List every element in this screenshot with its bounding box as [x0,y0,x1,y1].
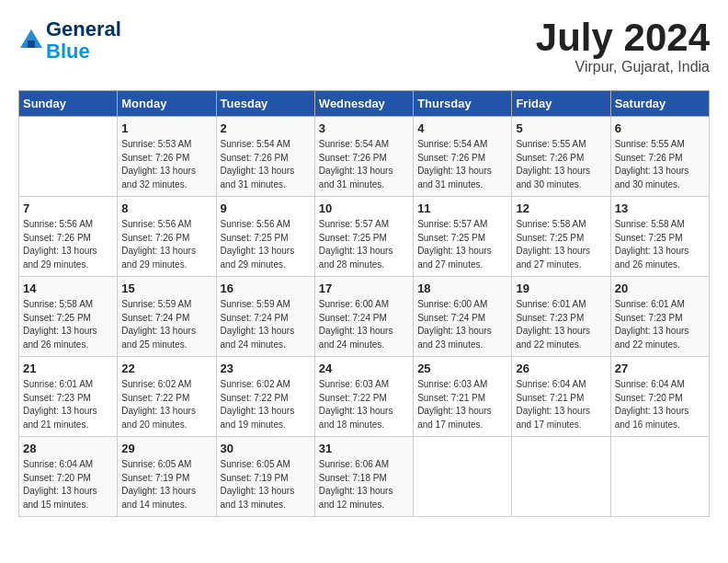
calendar-week-row: 1Sunrise: 5:53 AMSunset: 7:26 PMDaylight… [19,117,710,197]
day-info: Sunrise: 6:00 AMSunset: 7:24 PMDaylight:… [417,298,507,351]
calendar-week-row: 28Sunrise: 6:04 AMSunset: 7:20 PMDayligh… [19,437,710,517]
day-info: Sunrise: 5:55 AMSunset: 7:26 PMDaylight:… [516,138,606,191]
day-number: 13 [615,201,705,215]
calendar-cell: 2Sunrise: 5:54 AMSunset: 7:26 PMDaylight… [216,117,314,197]
header: General Blue July 2024 Virpur, Gujarat, … [18,18,710,75]
calendar-cell: 21Sunrise: 6:01 AMSunset: 7:23 PMDayligh… [19,357,118,437]
weekday-header: Sunday [19,91,118,117]
day-info: Sunrise: 5:56 AMSunset: 7:25 PMDaylight:… [221,218,311,271]
day-number: 25 [417,362,507,375]
day-info: Sunrise: 5:57 AMSunset: 7:25 PMDaylight:… [417,218,507,271]
day-info: Sunrise: 5:58 AMSunset: 7:25 PMDaylight:… [615,218,705,271]
logo: General Blue [18,18,121,63]
day-number: 20 [615,282,705,295]
day-number: 7 [23,201,113,215]
day-number: 5 [516,121,606,135]
calendar-cell: 31Sunrise: 6:06 AMSunset: 7:18 PMDayligh… [314,437,413,517]
logo-icon [18,28,44,53]
day-info: Sunrise: 6:05 AMSunset: 7:19 PMDaylight:… [121,458,211,511]
day-number: 16 [221,282,311,295]
calendar-cell: 24Sunrise: 6:03 AMSunset: 7:22 PMDayligh… [314,357,413,437]
day-number: 24 [319,362,409,375]
day-number: 30 [221,442,311,455]
location: Virpur, Gujarat, India [536,59,710,75]
weekday-header: Saturday [610,91,709,117]
day-number: 10 [319,201,409,215]
calendar-cell: 9Sunrise: 5:56 AMSunset: 7:25 PMDaylight… [216,197,314,277]
calendar-cell: 18Sunrise: 6:00 AMSunset: 7:24 PMDayligh… [414,277,512,357]
day-number: 19 [516,282,606,295]
day-number: 18 [417,282,507,295]
calendar-cell: 4Sunrise: 5:54 AMSunset: 7:26 PMDaylight… [414,117,512,197]
day-info: Sunrise: 6:01 AMSunset: 7:23 PMDaylight:… [23,378,113,431]
day-number: 31 [319,442,409,455]
calendar-cell: 17Sunrise: 6:00 AMSunset: 7:24 PMDayligh… [314,277,413,357]
day-number: 8 [121,201,211,215]
day-number: 11 [417,201,507,215]
calendar-cell: 22Sunrise: 6:02 AMSunset: 7:22 PMDayligh… [118,357,216,437]
calendar-cell: 27Sunrise: 6:04 AMSunset: 7:20 PMDayligh… [610,357,709,437]
day-info: Sunrise: 6:04 AMSunset: 7:20 PMDaylight:… [23,458,113,511]
weekday-header: Monday [118,91,216,117]
day-info: Sunrise: 6:01 AMSunset: 7:23 PMDaylight:… [516,298,606,351]
calendar-cell [414,437,512,517]
calendar-cell: 15Sunrise: 5:59 AMSunset: 7:24 PMDayligh… [118,277,216,357]
day-info: Sunrise: 5:55 AMSunset: 7:26 PMDaylight:… [615,138,705,191]
svg-rect-1 [28,40,35,48]
calendar-cell: 25Sunrise: 6:03 AMSunset: 7:21 PMDayligh… [414,357,512,437]
calendar-cell [610,437,709,517]
day-info: Sunrise: 6:01 AMSunset: 7:23 PMDaylight:… [615,298,705,351]
calendar-cell: 16Sunrise: 5:59 AMSunset: 7:24 PMDayligh… [216,277,314,357]
day-number: 21 [23,362,113,375]
day-number: 2 [221,121,311,135]
day-number: 29 [121,442,211,455]
day-info: Sunrise: 5:56 AMSunset: 7:26 PMDaylight:… [23,218,113,271]
calendar-table: SundayMondayTuesdayWednesdayThursdayFrid… [18,90,710,517]
month-title: July 2024 [536,18,710,57]
calendar-cell: 30Sunrise: 6:05 AMSunset: 7:19 PMDayligh… [216,437,314,517]
logo-text: General Blue [46,18,121,63]
day-info: Sunrise: 6:04 AMSunset: 7:21 PMDaylight:… [516,378,606,431]
day-info: Sunrise: 6:03 AMSunset: 7:21 PMDaylight:… [417,378,507,431]
day-number: 6 [615,121,705,135]
calendar-cell: 6Sunrise: 5:55 AMSunset: 7:26 PMDaylight… [610,117,709,197]
calendar-cell: 7Sunrise: 5:56 AMSunset: 7:26 PMDaylight… [19,197,118,277]
day-info: Sunrise: 5:54 AMSunset: 7:26 PMDaylight:… [221,138,311,191]
day-number: 28 [23,442,113,455]
day-info: Sunrise: 6:05 AMSunset: 7:19 PMDaylight:… [221,458,311,511]
weekday-header: Tuesday [216,91,314,117]
calendar-cell: 19Sunrise: 6:01 AMSunset: 7:23 PMDayligh… [512,277,610,357]
calendar-cell: 11Sunrise: 5:57 AMSunset: 7:25 PMDayligh… [414,197,512,277]
calendar-cell: 10Sunrise: 5:57 AMSunset: 7:25 PMDayligh… [314,197,413,277]
calendar-week-row: 7Sunrise: 5:56 AMSunset: 7:26 PMDaylight… [19,197,710,277]
calendar-cell: 29Sunrise: 6:05 AMSunset: 7:19 PMDayligh… [118,437,216,517]
weekday-header: Wednesday [314,91,413,117]
calendar-cell: 28Sunrise: 6:04 AMSunset: 7:20 PMDayligh… [19,437,118,517]
day-info: Sunrise: 6:00 AMSunset: 7:24 PMDaylight:… [319,298,409,351]
day-info: Sunrise: 5:54 AMSunset: 7:26 PMDaylight:… [319,138,409,191]
calendar-week-row: 14Sunrise: 5:58 AMSunset: 7:25 PMDayligh… [19,277,710,357]
calendar-body: 1Sunrise: 5:53 AMSunset: 7:26 PMDaylight… [19,117,710,517]
calendar-cell [512,437,610,517]
calendar-cell: 26Sunrise: 6:04 AMSunset: 7:21 PMDayligh… [512,357,610,437]
day-number: 4 [417,121,507,135]
calendar-cell: 3Sunrise: 5:54 AMSunset: 7:26 PMDaylight… [314,117,413,197]
day-info: Sunrise: 5:56 AMSunset: 7:26 PMDaylight:… [121,218,211,271]
day-info: Sunrise: 5:57 AMSunset: 7:25 PMDaylight:… [319,218,409,271]
calendar-cell: 13Sunrise: 5:58 AMSunset: 7:25 PMDayligh… [610,197,709,277]
calendar-week-row: 21Sunrise: 6:01 AMSunset: 7:23 PMDayligh… [19,357,710,437]
calendar-cell: 12Sunrise: 5:58 AMSunset: 7:25 PMDayligh… [512,197,610,277]
calendar-cell: 20Sunrise: 6:01 AMSunset: 7:23 PMDayligh… [610,277,709,357]
calendar-cell [19,117,118,197]
day-info: Sunrise: 5:58 AMSunset: 7:25 PMDaylight:… [23,298,113,351]
calendar-header-row: SundayMondayTuesdayWednesdayThursdayFrid… [19,91,710,117]
day-info: Sunrise: 5:59 AMSunset: 7:24 PMDaylight:… [221,298,311,351]
day-number: 3 [319,121,409,135]
day-number: 22 [121,362,211,375]
day-info: Sunrise: 6:04 AMSunset: 7:20 PMDaylight:… [615,378,705,431]
day-number: 9 [221,201,311,215]
day-info: Sunrise: 6:03 AMSunset: 7:22 PMDaylight:… [319,378,409,431]
calendar-cell: 1Sunrise: 5:53 AMSunset: 7:26 PMDaylight… [118,117,216,197]
day-info: Sunrise: 6:06 AMSunset: 7:18 PMDaylight:… [319,458,409,511]
calendar-cell: 14Sunrise: 5:58 AMSunset: 7:25 PMDayligh… [19,277,118,357]
